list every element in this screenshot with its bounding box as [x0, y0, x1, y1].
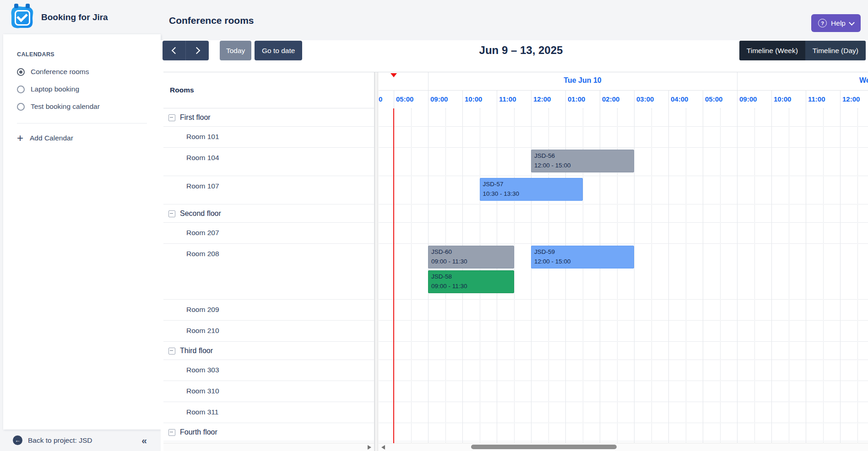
hour-tick-line — [806, 91, 806, 108]
collapse-group-icon[interactable] — [168, 348, 175, 354]
view-switcher: Timeline (Week) Timeline (Day) — [739, 41, 866, 60]
room-row[interactable]: Room 207 — [163, 223, 374, 244]
timeline-horizontal-scrollbar[interactable] — [379, 443, 868, 451]
time-slot-label: 04:00 — [379, 95, 382, 103]
time-slot-label: 11:00 — [499, 95, 516, 103]
collapse-sidebar-button[interactable]: « — [141, 435, 147, 446]
app-title: Booking for Jira — [41, 12, 108, 22]
room-row[interactable]: Room 311 — [163, 402, 374, 423]
hour-tick-line — [462, 91, 463, 108]
room-row[interactable]: Room 303 — [163, 360, 374, 381]
day-boundary-line — [737, 72, 738, 90]
vertical-scrollbar[interactable] — [374, 72, 378, 451]
room-row[interactable]: Room 104 — [163, 148, 374, 176]
booking-event[interactable]: JSD-5912:00 - 15:00 — [531, 246, 634, 268]
floor-group-label-wrap: Second floor — [163, 204, 374, 218]
booking-app: Booking for Jira CALENDARS Conference ro… — [0, 0, 868, 451]
add-calendar-label: Add Calendar — [30, 134, 73, 142]
timeline-group-row[interactable] — [379, 342, 868, 360]
content-surface: Today Go to date Jun 9 – 13, 2025 Timeli… — [161, 40, 868, 451]
back-to-project-link[interactable]: ← Back to project: JSD — [13, 435, 92, 445]
back-to-project-label: Back to project: JSD — [28, 436, 92, 445]
timeline-room-row[interactable] — [379, 176, 868, 204]
prev-button[interactable] — [163, 41, 186, 60]
time-slot-label: 10:00 — [465, 95, 482, 103]
floor-group-label: Third floor — [180, 347, 213, 355]
collapse-group-icon[interactable] — [168, 114, 175, 121]
booking-event[interactable]: JSD-5809:00 - 11:30 — [428, 270, 514, 293]
timeline-area: Tue Jun 10Wed Jun 11 04:0005:0009:0010:0… — [379, 72, 868, 451]
day-header-label: Wed Jun 11 — [859, 76, 868, 85]
booking-event[interactable]: JSD-6009:00 - 11:30 — [428, 246, 514, 268]
floor-group-label: Second floor — [180, 209, 221, 218]
hour-tick-line — [840, 91, 841, 108]
floor-group-label: First floor — [180, 113, 211, 122]
add-calendar-button[interactable]: + Add Calendar — [17, 134, 161, 143]
help-button[interactable]: ? Help — [811, 14, 861, 32]
timeline-room-row[interactable] — [379, 127, 868, 148]
room-name-label: Room 101 — [163, 127, 374, 141]
scroll-right-icon[interactable] — [368, 445, 371, 450]
booking-event[interactable]: JSD-5710:30 - 13:30 — [480, 178, 583, 201]
next-button[interactable] — [186, 41, 209, 60]
calendar-option[interactable]: Test booking calendar — [3, 98, 161, 115]
floor-group-label: Fourth floor — [180, 428, 217, 436]
radio-icon[interactable] — [17, 103, 25, 111]
timeline-group-row[interactable] — [379, 423, 868, 441]
main-area: Conference rooms ? Help Today Go to date… — [161, 0, 868, 451]
timeline-room-row[interactable] — [379, 300, 868, 321]
booking-event[interactable]: JSD-5612:00 - 15:00 — [531, 150, 634, 172]
chevron-right-icon — [193, 47, 200, 54]
timeline-room-row[interactable] — [379, 321, 868, 342]
time-slot-label: 05:00 — [396, 95, 413, 103]
scrollbar-thumb[interactable] — [471, 445, 617, 449]
timeline-room-row[interactable] — [379, 360, 868, 381]
room-row[interactable]: Room 209 — [163, 300, 374, 321]
room-name-label: Room 209 — [163, 300, 374, 314]
floor-group-row[interactable]: Fourth floor — [163, 423, 374, 441]
floor-group-label-wrap: Fourth floor — [163, 423, 374, 436]
rooms-list: First floorRoom 101Room 104Room 107Secon… — [163, 108, 374, 443]
room-row[interactable]: Room 210 — [163, 321, 374, 342]
today-button[interactable]: Today — [220, 41, 251, 60]
collapse-group-icon[interactable] — [168, 210, 175, 217]
room-name-label: Room 104 — [163, 148, 374, 162]
event-time-label: 09:00 - 11:30 — [431, 257, 511, 266]
room-row[interactable]: Room 101 — [163, 127, 374, 148]
scroll-left-icon[interactable] — [381, 445, 385, 450]
plus-icon: + — [17, 134, 23, 143]
time-slot-label: 05:00 — [705, 95, 722, 103]
timeline-group-row[interactable] — [379, 204, 868, 223]
timeline-group-row[interactable] — [379, 108, 868, 127]
time-slot-label: 11:00 — [808, 95, 825, 103]
room-row[interactable]: Room 208 — [163, 244, 374, 300]
timeline-room-row[interactable] — [379, 402, 868, 423]
floor-group-row[interactable]: First floor — [163, 108, 374, 127]
page-title: Conference rooms — [169, 15, 254, 26]
timeline-body: JSD-5612:00 - 15:00JSD-5710:30 - 13:30JS… — [379, 108, 868, 443]
room-row[interactable]: Room 107 — [163, 176, 374, 204]
radio-icon[interactable] — [17, 86, 25, 93]
time-slot-label: 10:00 — [774, 95, 791, 103]
go-to-date-button[interactable]: Go to date — [255, 41, 302, 60]
time-slot-label: 12:00 — [533, 95, 551, 103]
radio-selected-icon[interactable] — [17, 68, 25, 76]
calendar-option[interactable]: Conference rooms — [3, 63, 161, 81]
event-id-label: JSD-60 — [431, 247, 511, 257]
floor-group-row[interactable]: Third floor — [163, 342, 374, 360]
floor-group-row[interactable]: Second floor — [163, 204, 374, 223]
collapse-group-icon[interactable] — [168, 429, 175, 436]
room-row[interactable]: Room 310 — [163, 381, 374, 402]
timeline-room-row[interactable] — [379, 381, 868, 402]
tab-timeline-day[interactable]: Timeline (Day) — [805, 41, 866, 60]
tab-timeline-week[interactable]: Timeline (Week) — [739, 41, 805, 60]
room-name-label: Room 210 — [163, 321, 374, 335]
rooms-horizontal-scrollbar[interactable] — [163, 443, 374, 451]
calendars-section-label: CALENDARS — [17, 51, 161, 58]
event-time-label: 12:00 - 15:00 — [534, 257, 631, 266]
help-label: Help — [831, 19, 846, 27]
back-arrow-icon: ← — [13, 435, 22, 445]
timeline-room-row[interactable] — [379, 223, 868, 244]
rooms-column-header: Rooms — [163, 72, 374, 108]
calendar-option[interactable]: Laptop booking — [3, 81, 161, 98]
